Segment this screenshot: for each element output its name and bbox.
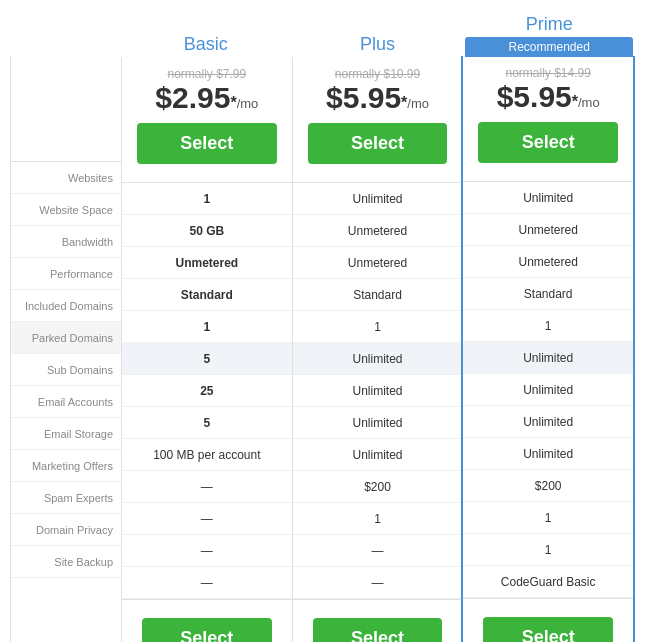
basic-performance: Standard xyxy=(122,279,292,311)
basic-included-domains: 1 xyxy=(122,311,292,343)
recommended-badge: Recommended xyxy=(465,37,633,57)
plus-marketing-offers: $200 xyxy=(293,471,463,503)
plus-performance: Standard xyxy=(293,279,463,311)
feature-label-spam-experts: Spam Experts xyxy=(11,482,121,514)
prime-plan-label: Prime xyxy=(463,10,635,37)
plus-domain-privacy: — xyxy=(293,535,463,567)
prime-parked-domains: Unlimited xyxy=(463,342,633,374)
basic-spam-experts: — xyxy=(122,503,292,535)
basic-plan-col: normally $7.99 $2.95*/mo Select 1 50 GB … xyxy=(121,57,292,642)
feature-label-performance: Performance xyxy=(11,258,121,290)
plus-select-bottom-button[interactable]: Select xyxy=(313,618,443,642)
basic-plan-header: Basic xyxy=(120,28,292,57)
prime-price-dollar: $5.95 xyxy=(497,80,572,113)
prime-select-bottom-button[interactable]: Select xyxy=(483,617,613,642)
basic-per-mo: /mo xyxy=(237,96,259,111)
prime-performance: Standard xyxy=(463,278,633,310)
plus-bottom-select-area: Select xyxy=(293,599,463,642)
plus-email-accounts: Unlimited xyxy=(293,407,463,439)
plus-site-backup: — xyxy=(293,567,463,599)
prime-select-top-button[interactable]: Select xyxy=(478,122,618,163)
prime-bottom-select-area: Select xyxy=(463,598,633,642)
prime-email-accounts: Unlimited xyxy=(463,406,633,438)
plus-normal-price: normally $10.99 xyxy=(298,67,458,81)
basic-parked-domains: 5 xyxy=(122,343,292,375)
feature-label-bandwidth: Bandwidth xyxy=(11,226,121,258)
plus-bandwidth: Unmetered xyxy=(293,247,463,279)
basic-website-space: 50 GB xyxy=(122,215,292,247)
basic-normal-price: normally $7.99 xyxy=(127,67,287,81)
prime-email-storage: Unlimited xyxy=(463,438,633,470)
plus-included-domains: 1 xyxy=(293,311,463,343)
plan-headers: Basic Plus Prime Recommended xyxy=(120,10,635,57)
plus-price-block: normally $10.99 $5.95*/mo Select xyxy=(293,57,463,183)
prime-price-main: $5.95*/mo xyxy=(468,80,628,114)
feature-label-included-domains: Included Domains xyxy=(11,290,121,322)
feature-label-websites: Websites xyxy=(11,162,121,194)
feature-label-domain-privacy: Domain Privacy xyxy=(11,514,121,546)
plus-price-dollar: $5.95 xyxy=(326,81,401,114)
plus-plan-header: Plus xyxy=(292,28,464,57)
prime-marketing-offers: $200 xyxy=(463,470,633,502)
bottom-spacer xyxy=(11,578,121,636)
basic-bottom-select-area: Select xyxy=(122,599,292,642)
basic-site-backup: — xyxy=(122,567,292,599)
basic-domain-privacy: — xyxy=(122,535,292,567)
prime-plan-col: normally $14.99 $5.95*/mo Select Unlimit… xyxy=(461,56,635,642)
prime-bandwidth: Unmetered xyxy=(463,246,633,278)
basic-price-dollar: $2.95 xyxy=(155,81,230,114)
plus-per-mo: /mo xyxy=(407,96,429,111)
basic-bandwidth: Unmetered xyxy=(122,247,292,279)
basic-websites: 1 xyxy=(122,183,292,215)
plus-sub-domains: Unlimited xyxy=(293,375,463,407)
plus-website-space: Unmetered xyxy=(293,215,463,247)
prime-domain-privacy: 1 xyxy=(463,534,633,566)
prime-included-domains: 1 xyxy=(463,310,633,342)
plus-select-top-button[interactable]: Select xyxy=(308,123,448,164)
price-spacer xyxy=(11,57,121,162)
prime-spam-experts: 1 xyxy=(463,502,633,534)
prime-normal-price: normally $14.99 xyxy=(468,66,628,80)
basic-select-bottom-button[interactable]: Select xyxy=(142,618,272,642)
plus-parked-domains: Unlimited xyxy=(293,343,463,375)
feature-label-sub-domains: Sub Domains xyxy=(11,354,121,386)
plus-websites: Unlimited xyxy=(293,183,463,215)
prime-plan-header-col: Prime Recommended xyxy=(463,10,635,57)
feature-label-email-accounts: Email Accounts xyxy=(11,386,121,418)
basic-price-main: $2.95*/mo xyxy=(127,81,287,115)
prime-price-block: normally $14.99 $5.95*/mo Select xyxy=(463,56,633,182)
prime-websites: Unlimited xyxy=(463,182,633,214)
basic-select-top-button[interactable]: Select xyxy=(137,123,277,164)
plus-price-main: $5.95*/mo xyxy=(298,81,458,115)
plus-email-storage: Unlimited xyxy=(293,439,463,471)
plus-spam-experts: 1 xyxy=(293,503,463,535)
basic-marketing-offers: — xyxy=(122,471,292,503)
prime-per-mo: /mo xyxy=(578,95,600,110)
feature-labels: Websites Website Space Bandwidth Perform… xyxy=(11,57,121,642)
basic-email-accounts: 5 xyxy=(122,407,292,439)
prime-website-space: Unmetered xyxy=(463,214,633,246)
basic-price-block: normally $7.99 $2.95*/mo Select xyxy=(122,57,292,183)
basic-sub-domains: 25 xyxy=(122,375,292,407)
feature-label-parked-domains: Parked Domains xyxy=(11,322,121,354)
feature-label-website-space: Website Space xyxy=(11,194,121,226)
feature-label-marketing-offers: Marketing Offers xyxy=(11,450,121,482)
pricing-table: Basic Plus Prime Recommended Websites We… xyxy=(10,10,635,642)
prime-sub-domains: Unlimited xyxy=(463,374,633,406)
prime-site-backup: CodeGuard Basic xyxy=(463,566,633,598)
main-content: Websites Website Space Bandwidth Perform… xyxy=(10,57,635,642)
plus-plan-col: normally $10.99 $5.95*/mo Select Unlimit… xyxy=(292,57,463,642)
feature-label-email-storage: Email Storage xyxy=(11,418,121,450)
feature-label-site-backup: Site Backup xyxy=(11,546,121,578)
basic-email-storage: 100 MB per account xyxy=(122,439,292,471)
